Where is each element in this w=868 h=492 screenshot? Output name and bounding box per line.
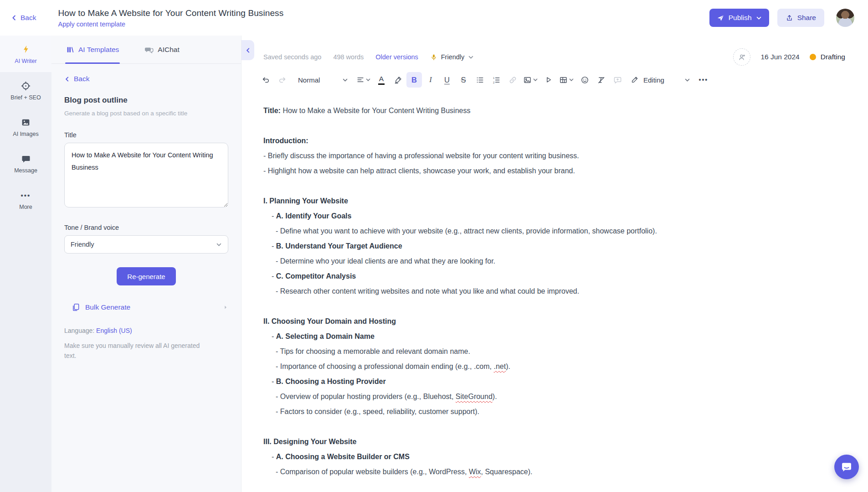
apply-content-template-link[interactable]: Apply content template [58,21,283,28]
app-body: AI Writer Brief + SEO AI Images Message [0,36,868,492]
doc-line: III. Designing Your Website [263,434,846,449]
image-insert-icon [523,76,532,84]
tone-select[interactable]: Friendly [64,235,228,254]
highlight-button[interactable] [390,72,406,88]
rail-item-more[interactable]: ••• More [0,181,51,218]
underline-icon: U [444,76,450,84]
doc-blank-line [263,118,846,133]
app-window: Back How to Make A Website for Your Cont… [0,0,868,492]
underline-button[interactable]: U [439,72,455,88]
ordered-list-button[interactable]: 12 [488,72,504,88]
doc-line: - Overview of popular hosting providers … [263,389,846,404]
bold-button[interactable]: B [406,72,422,88]
chevron-down-icon [756,15,762,21]
doc-line: II. Choosing Your Domain and Hosting [263,314,846,329]
tone-dropdown[interactable]: Friendly [430,53,474,61]
comment-button[interactable] [610,72,625,88]
editing-mode-dropdown[interactable]: Editing [631,76,690,84]
bulk-generate-row[interactable]: Bulk Generate [64,303,228,311]
share-button[interactable]: Share [777,9,824,27]
older-versions-link[interactable]: Older versions [375,53,418,61]
doc-bold-text: II. Choosing Your Domain and Hosting [263,317,396,325]
toolbar-more-button[interactable]: ••• [696,72,711,88]
bullet-list-button[interactable] [472,72,488,88]
document-title: How to Make A Website for Your Content W… [58,8,283,18]
text-align-dropdown[interactable] [354,72,373,88]
tab-label: AI Templates [78,46,119,54]
link-button[interactable] [505,72,520,88]
ellipsis-icon: ••• [21,190,31,200]
doc-text: - Briefly discuss the importance of havi… [263,152,579,160]
rail-item-ai-writer[interactable]: AI Writer [0,36,51,72]
copy-icon [72,303,80,311]
publish-button[interactable]: Publish [709,9,769,27]
insert-image-dropdown[interactable] [521,72,540,88]
word-count: 498 words [333,53,364,61]
doc-line: - Factors to consider (e.g., speed, reli… [263,404,846,419]
bulk-generate-label: Bulk Generate [85,303,130,311]
strikethrough-button[interactable]: S [456,72,471,88]
tab-ai-templates[interactable]: AI Templates [65,36,120,63]
doc-bold-text: I. Planning Your Website [263,197,348,205]
text-color-button[interactable]: A [374,72,389,88]
italic-button[interactable]: I [423,72,438,88]
doc-bold-text: Title: [263,107,282,114]
doc-bold-text: B. Choosing a Hosting Provider [276,378,386,385]
tone-value: Friendly [441,53,465,61]
spellcheck-flagged-text: .net [493,363,506,370]
saved-status: Saved seconds ago [263,53,321,61]
doc-text: - [272,272,276,280]
emoji-button[interactable] [577,72,592,88]
rail-item-message[interactable]: Message [0,145,51,181]
doc-text: ). [493,393,497,400]
chat-icon [21,154,31,164]
undo-button[interactable] [258,72,273,88]
chevron-right-icon[interactable] [223,305,228,310]
header-back-button[interactable]: Back [11,14,36,22]
redo-button[interactable] [274,72,290,88]
document-date: 16 Jun 2024 [760,53,799,61]
doc-bold-text: A. Choosing a Website Builder or CMS [276,453,410,461]
chat-bubbles-icon [144,45,154,54]
doc-line: - B. Understand Your Target Audience [263,238,846,254]
user-avatar[interactable] [836,9,854,27]
paragraph-style-dropdown[interactable]: Normal [293,72,351,88]
regenerate-button[interactable]: Re-generate [117,267,175,285]
doc-text: - Determine who your ideal clients are a… [276,257,495,265]
language-value-link[interactable]: English (US) [96,327,132,334]
chevron-down-icon [533,77,538,83]
document-body[interactable]: Title: How to Make a Website for Your Co… [241,88,868,492]
add-collaborator-button[interactable] [733,48,750,66]
panel-back-button[interactable]: Back [64,75,228,83]
chevron-down-icon [216,242,222,248]
rail-item-brief-seo[interactable]: Brief + SEO [0,72,51,109]
collapse-panel-button[interactable] [241,40,254,60]
doc-line: - Comparison of popular website builders… [263,464,846,479]
editor-status-bar: Saved seconds ago 498 words Older versio… [241,36,868,66]
chevron-down-icon [684,77,690,83]
doc-line: - A. Identify Your Goals [263,208,846,223]
doc-blank-line [263,419,846,434]
publish-label: Publish [729,14,752,22]
insert-table-dropdown[interactable] [557,72,576,88]
doc-text: - [272,378,276,385]
doc-line: - Briefly discuss the importance of havi… [263,148,846,163]
spellcheck-flagged-text: SiteGround [456,393,493,400]
workflow-state-dropdown[interactable]: Drafting [810,53,845,61]
tab-ai-chat[interactable]: AIChat [144,36,180,63]
image-icon [21,117,31,127]
doc-text: , Squarespace). [481,468,533,476]
title-input[interactable]: How to Make A Website for Your Content W… [64,143,228,207]
doc-line: I. Planning Your Website [263,193,846,208]
rail-item-ai-images[interactable]: AI Images [0,109,51,145]
formatting-toolbar: Normal A B I [241,66,868,88]
clear-formatting-button[interactable] [593,72,609,88]
support-chat-button[interactable] [834,455,859,479]
rail-label: AI Writer [15,58,36,64]
embed-play-button[interactable] [541,72,556,88]
document-title-block: How to Make A Website for Your Content W… [58,8,283,28]
editor-area: Saved seconds ago 498 words Older versio… [241,36,868,492]
doc-line: - A. Selecting a Domain Name [263,329,846,344]
doc-text: How to Make a Website for Your Content W… [282,107,470,114]
tone-selected-value: Friendly [71,241,94,248]
